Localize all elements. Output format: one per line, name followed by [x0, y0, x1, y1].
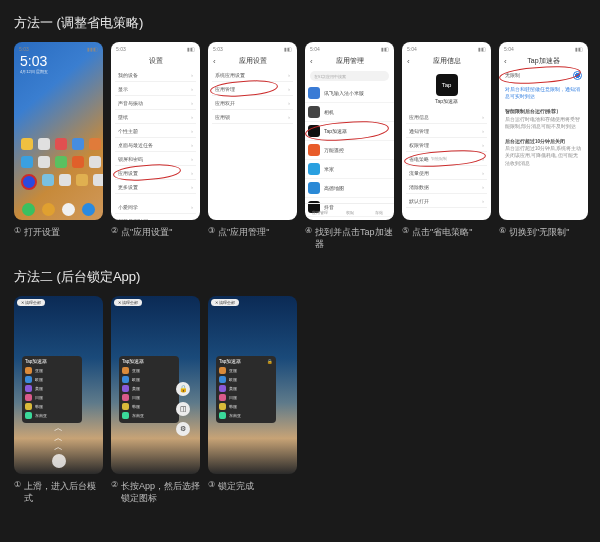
- m2-caption-2: ②长按App，然后选择锁定图标: [111, 480, 200, 504]
- clear-all-pill[interactable]: ✕ 清理全部: [211, 299, 239, 306]
- method1-row: 5:03▮▮◧ 5:034月12日 星期五: [14, 42, 590, 250]
- split-icon[interactable]: ◫: [176, 402, 190, 416]
- m2-caption-1: ①上滑，进入后台模式: [14, 480, 103, 504]
- screenshot-appinfo: 5:04▮◧ ‹应用信息 TapTap加速器 应用信息› 通知管理› 权限管理›…: [402, 42, 491, 220]
- screenshot-appsettings: 5:03▮◧ ‹应用设置 系统应用设置› 应用管理› 应用双开› 应用锁›: [208, 42, 297, 220]
- settings-icon[interactable]: ⚙: [176, 422, 190, 436]
- method1-title: 方法一 (调整省电策略): [14, 14, 590, 32]
- caption-2: ②点"应用设置": [111, 226, 172, 238]
- screenshot-home: 5:03▮▮◧ 5:034月12日 星期五: [14, 42, 103, 220]
- locked-badge-icon: 🔒: [267, 359, 273, 364]
- screenshot-powerpolicy: 5:04▮◧ ‹Tap加速器 无限制 对后台和驻留做任意限制，通知消息可实时到达…: [499, 42, 588, 220]
- clear-all-pill[interactable]: ✕ 清理全部: [114, 299, 142, 306]
- screenshot-appmanager: 5:04▮◧ ‹应用管理 在91款应用中搜索 讯飞输入法小米版 相机 Tap加速…: [305, 42, 394, 220]
- m2-caption-3: ③锁定完成: [208, 480, 254, 492]
- method2-title: 方法二 (后台锁定App): [14, 268, 590, 286]
- method2-row: ✕ 清理全部 Tap加速器 亚服 欧服 美服 日服 韩服 东南亚 ︿︿︿ ①上滑…: [14, 296, 590, 504]
- lock-icon[interactable]: 🔒: [176, 382, 190, 396]
- caption-1: ①打开设置: [14, 226, 60, 238]
- screenshot-recents-longpress: ✕ 清理全部 Tap加速器 亚服 欧服 美服 日服 韩服 东南亚 🔒 ◫ ⚙: [111, 296, 200, 474]
- swipe-up-icon: ︿︿︿: [48, 408, 70, 468]
- screenshot-settings: 5:03▮◧ 设置 我的设备› 显示› 声音与振动› 壁纸› 个性主题› 桌面与…: [111, 42, 200, 220]
- caption-5: ⑤点击"省电策略": [402, 226, 472, 238]
- caption-3: ③点"应用管理": [208, 226, 269, 238]
- screenshot-recents-locked: ✕ 清理全部 Tap加速器🔒 亚服 欧服 美服 日服 韩服 东南亚: [208, 296, 297, 474]
- caption-6: ⑥切换到"无限制": [499, 226, 569, 238]
- clear-all-pill[interactable]: ✕ 清理全部: [17, 299, 45, 306]
- caption-4: ④找到并点击Tap加速器: [305, 226, 394, 250]
- screenshot-recents-swipe: ✕ 清理全部 Tap加速器 亚服 欧服 美服 日服 韩服 东南亚 ︿︿︿: [14, 296, 103, 474]
